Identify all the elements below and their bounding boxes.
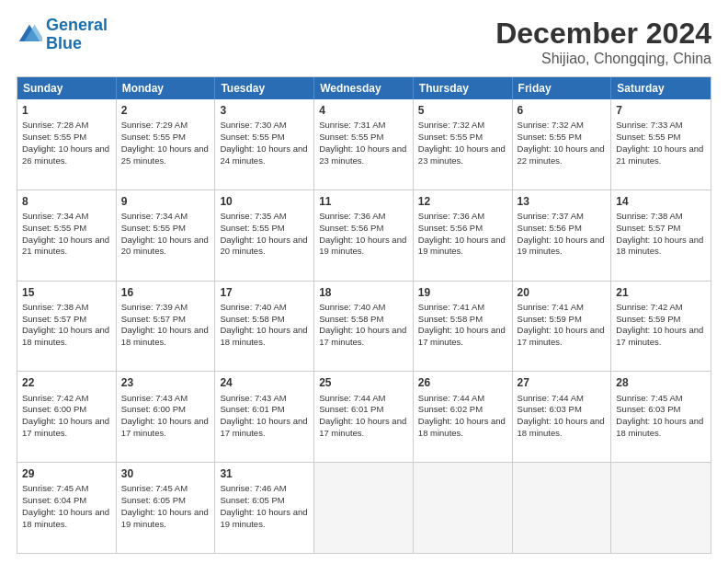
daylight-label: Daylight: 10 hours and 18 minutes. [22,325,109,347]
header-tuesday: Tuesday [215,77,314,99]
sunset-label: Sunset: 5:56 PM [418,223,483,233]
table-row: 13Sunrise: 7:37 AMSunset: 5:56 PMDayligh… [513,190,612,281]
table-row: 17Sunrise: 7:40 AMSunset: 5:58 PMDayligh… [215,282,314,372]
day-number: 25 [319,375,408,390]
table-row [314,463,414,553]
table-row: 31Sunrise: 7:46 AMSunset: 6:05 PMDayligh… [215,463,314,553]
day-number: 28 [616,375,706,390]
daylight-label: Daylight: 10 hours and 17 minutes. [418,325,506,347]
sunset-label: Sunset: 6:05 PM [121,495,186,505]
sunset-label: Sunset: 6:00 PM [22,404,86,414]
table-row: 21Sunrise: 7:42 AMSunset: 5:59 PMDayligh… [611,282,711,372]
daylight-label: Daylight: 10 hours and 18 minutes. [418,416,506,438]
sunset-label: Sunset: 6:05 PM [220,495,284,505]
day-number: 27 [518,375,607,390]
daylight-label: Daylight: 10 hours and 20 minutes. [121,235,209,257]
daylight-label: Daylight: 10 hours and 19 minutes. [220,507,307,529]
logo: General Blue [17,17,108,53]
location-title: Shijiao, Chongqing, China [495,51,711,67]
daylight-label: Daylight: 10 hours and 18 minutes. [121,325,209,347]
daylight-label: Daylight: 10 hours and 19 minutes. [518,235,605,257]
sunrise-label: Sunrise: 7:43 AM [220,393,286,403]
sunset-label: Sunset: 5:58 PM [418,314,483,324]
table-row: 16Sunrise: 7:39 AMSunset: 5:57 PMDayligh… [117,282,216,372]
sunset-label: Sunset: 5:55 PM [220,223,284,233]
daylight-label: Daylight: 10 hours and 17 minutes. [518,325,605,347]
calendar-week-2: 8Sunrise: 7:34 AMSunset: 5:55 PMDaylight… [17,190,711,281]
daylight-label: Daylight: 10 hours and 18 minutes. [220,325,307,347]
title-block: December 2024 Shijiao, Chongqing, China [495,17,711,67]
day-number: 21 [616,285,706,300]
daylight-label: Daylight: 10 hours and 25 minutes. [121,144,209,166]
table-row: 8Sunrise: 7:34 AMSunset: 5:55 PMDaylight… [17,190,117,281]
sunset-label: Sunset: 6:01 PM [319,404,383,414]
sunrise-label: Sunrise: 7:34 AM [121,211,188,221]
sunset-label: Sunset: 5:55 PM [121,132,186,142]
sunrise-label: Sunrise: 7:29 AM [121,120,188,130]
daylight-label: Daylight: 10 hours and 24 minutes. [220,144,307,166]
day-number: 16 [121,285,210,300]
table-row: 30Sunrise: 7:45 AMSunset: 6:05 PMDayligh… [117,463,216,553]
sunset-label: Sunset: 5:57 PM [616,223,680,233]
sunset-label: Sunset: 5:55 PM [418,132,483,142]
day-number: 1 [22,103,111,118]
table-row: 15Sunrise: 7:38 AMSunset: 5:57 PMDayligh… [17,282,117,372]
header-saturday: Saturday [611,77,711,99]
sunrise-label: Sunrise: 7:38 AM [22,302,88,312]
logo-line1: General [46,16,108,34]
sunrise-label: Sunrise: 7:39 AM [121,302,188,312]
sunset-label: Sunset: 5:55 PM [121,223,186,233]
daylight-label: Daylight: 10 hours and 18 minutes. [616,416,703,438]
daylight-label: Daylight: 10 hours and 17 minutes. [319,416,406,438]
sunset-label: Sunset: 6:02 PM [418,404,483,414]
table-row: 18Sunrise: 7:40 AMSunset: 5:58 PMDayligh… [314,282,414,372]
sunset-label: Sunset: 5:55 PM [319,132,383,142]
logo-text: General Blue [46,17,108,53]
sunrise-label: Sunrise: 7:35 AM [220,211,286,221]
sunrise-label: Sunrise: 7:32 AM [518,120,584,130]
table-row [513,463,612,553]
calendar-week-3: 15Sunrise: 7:38 AMSunset: 5:57 PMDayligh… [17,281,711,372]
header-monday: Monday [117,77,216,99]
sunrise-label: Sunrise: 7:42 AM [22,393,88,403]
month-title: December 2024 [495,17,711,51]
day-number: 7 [616,103,706,118]
table-row: 1Sunrise: 7:28 AMSunset: 5:55 PMDaylight… [17,99,117,190]
table-row: 24Sunrise: 7:43 AMSunset: 6:01 PMDayligh… [215,372,314,462]
table-row: 4Sunrise: 7:31 AMSunset: 5:55 PMDaylight… [314,99,414,190]
day-number: 3 [220,103,309,118]
day-number: 10 [220,194,309,209]
table-row: 29Sunrise: 7:45 AMSunset: 6:04 PMDayligh… [17,463,117,553]
day-number: 30 [121,466,210,481]
day-number: 15 [22,285,111,300]
sunset-label: Sunset: 5:59 PM [518,314,582,324]
sunset-label: Sunset: 6:00 PM [121,404,186,414]
table-row: 28Sunrise: 7:45 AMSunset: 6:03 PMDayligh… [611,372,711,462]
day-number: 17 [220,285,309,300]
sunset-label: Sunset: 5:55 PM [518,132,582,142]
calendar-body: 1Sunrise: 7:28 AMSunset: 5:55 PMDaylight… [17,99,711,553]
daylight-label: Daylight: 10 hours and 17 minutes. [121,416,209,438]
day-number: 22 [22,375,111,390]
daylight-label: Daylight: 10 hours and 17 minutes. [220,416,307,438]
sunrise-label: Sunrise: 7:43 AM [121,393,188,403]
sunset-label: Sunset: 5:55 PM [616,132,680,142]
table-row: 7Sunrise: 7:33 AMSunset: 5:55 PMDaylight… [611,99,711,190]
sunrise-label: Sunrise: 7:42 AM [616,302,682,312]
day-number: 24 [220,375,309,390]
day-number: 20 [518,285,607,300]
sunset-label: Sunset: 6:04 PM [22,495,86,505]
calendar: Sunday Monday Tuesday Wednesday Thursday… [17,76,711,554]
sunrise-label: Sunrise: 7:41 AM [418,302,484,312]
table-row: 22Sunrise: 7:42 AMSunset: 6:00 PMDayligh… [17,372,117,462]
sunset-label: Sunset: 5:58 PM [319,314,383,324]
daylight-label: Daylight: 10 hours and 21 minutes. [616,144,703,166]
sunrise-label: Sunrise: 7:45 AM [121,483,188,493]
sunset-label: Sunset: 5:56 PM [518,223,582,233]
sunrise-label: Sunrise: 7:30 AM [220,120,286,130]
logo-line2: Blue [46,34,82,52]
header: General Blue December 2024 Shijiao, Chon… [17,17,711,67]
table-row: 3Sunrise: 7:30 AMSunset: 5:55 PMDaylight… [215,99,314,190]
sunrise-label: Sunrise: 7:33 AM [616,120,682,130]
sunrise-label: Sunrise: 7:44 AM [518,393,584,403]
